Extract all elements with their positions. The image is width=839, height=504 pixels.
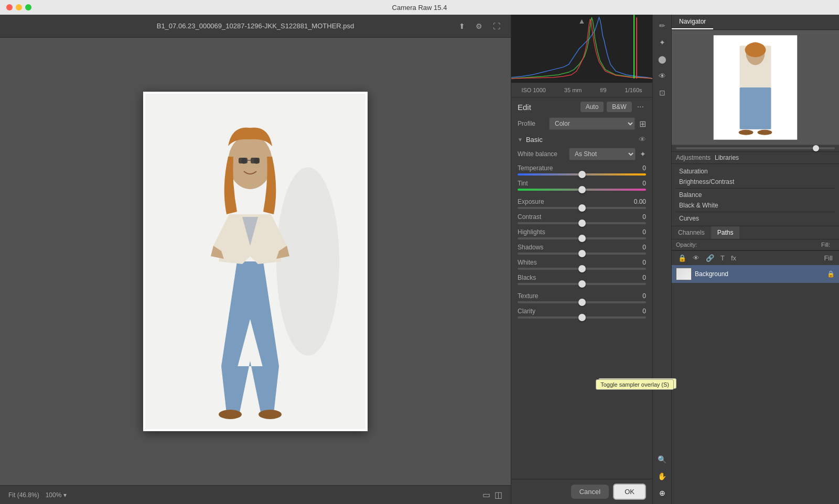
temperature-thumb[interactable] bbox=[578, 171, 586, 178]
shadows-slider-row: Shadows 0 bbox=[518, 244, 646, 255]
svg-point-2 bbox=[228, 135, 272, 189]
crop-tool[interactable]: ⊡ bbox=[655, 86, 669, 100]
texture-value: 0 bbox=[627, 292, 646, 300]
clarity-track[interactable] bbox=[518, 316, 646, 319]
profile-grid-button[interactable]: ⊞ bbox=[639, 119, 646, 129]
sampler-icon: ⊕ bbox=[659, 489, 665, 497]
contrast-track[interactable] bbox=[518, 222, 646, 224]
whites-track[interactable] bbox=[518, 268, 646, 270]
adj-item-brightness-contrast[interactable]: Brightness/Contrast bbox=[676, 177, 835, 187]
texture-thumb[interactable] bbox=[578, 299, 586, 306]
highlights-slider-row: Highlights 0 bbox=[518, 228, 646, 239]
section-header-left: ▼ Basic bbox=[518, 136, 543, 144]
clarity-thumb[interactable] bbox=[578, 314, 586, 321]
adj-item-balance[interactable]: Balance bbox=[676, 190, 835, 200]
tint-track[interactable] bbox=[518, 189, 646, 191]
traffic-lights bbox=[6, 4, 31, 10]
profile-row: Profile Color Adobe Color Adobe Landscap… bbox=[518, 117, 646, 130]
link-button[interactable]: 🔗 bbox=[704, 253, 716, 263]
zoom-control[interactable]: 100% ▾ bbox=[46, 491, 67, 499]
frame-icon[interactable]: ▭ bbox=[482, 490, 490, 500]
temperature-value: 0 bbox=[627, 165, 646, 172]
eye-button[interactable]: 👁 bbox=[691, 253, 702, 263]
edit-header: Edit Auto B&W ··· bbox=[518, 102, 646, 112]
adj-item-saturation[interactable]: Saturation bbox=[676, 166, 835, 177]
pan-tool[interactable]: ✋ bbox=[655, 469, 669, 483]
fullscreen-icon[interactable]: ⛶ bbox=[491, 20, 502, 32]
tint-label: Tint bbox=[518, 180, 528, 187]
nav-preview-svg bbox=[672, 30, 839, 145]
exposure-track[interactable] bbox=[518, 207, 646, 209]
adj-item-curves[interactable]: Curves bbox=[676, 213, 835, 224]
navigator-tab[interactable]: Navigator bbox=[672, 15, 713, 29]
layer-name: Background bbox=[695, 270, 728, 278]
edit-tool[interactable]: ✏ bbox=[655, 19, 669, 32]
cancel-button[interactable]: Cancel bbox=[571, 485, 609, 499]
eyedropper-button[interactable]: ✦ bbox=[640, 150, 646, 158]
exposure-thumb[interactable] bbox=[578, 204, 586, 212]
adj-item-black-white[interactable]: Black & White bbox=[676, 200, 835, 211]
temperature-track[interactable] bbox=[518, 173, 646, 176]
highlights-track[interactable] bbox=[518, 237, 646, 239]
basic-section-header[interactable]: ▼ Basic 👁 bbox=[518, 135, 646, 144]
canvas-area bbox=[0, 38, 511, 485]
auto-button[interactable]: Auto bbox=[580, 102, 604, 112]
mask-tool[interactable]: ⬤ bbox=[655, 52, 669, 66]
more-options-button[interactable]: ··· bbox=[635, 102, 646, 112]
close-button[interactable] bbox=[6, 4, 13, 10]
svg-rect-5 bbox=[239, 158, 248, 163]
whites-thumb[interactable] bbox=[578, 265, 586, 272]
redeye-tool[interactable]: 👁 bbox=[655, 69, 669, 83]
heal-tool[interactable]: ✦ bbox=[655, 36, 669, 49]
highlights-thumb[interactable] bbox=[578, 235, 586, 242]
bw-button[interactable]: B&W bbox=[607, 102, 631, 112]
blacks-slider-row: Blacks 0 bbox=[518, 274, 646, 285]
upload-icon[interactable]: ⬆ bbox=[457, 20, 467, 32]
background-layer[interactable]: Background 🔒 bbox=[672, 265, 839, 283]
compare-icon[interactable]: ◫ bbox=[494, 490, 502, 500]
texture-track[interactable] bbox=[518, 301, 646, 303]
opacity-row: Opacity: Fill: bbox=[672, 239, 839, 250]
profile-select[interactable]: Color Adobe Color Adobe Landscape bbox=[549, 117, 635, 130]
basic-visibility-icon[interactable]: 👁 bbox=[639, 135, 646, 144]
app-title: Camera Raw 15.4 bbox=[392, 4, 447, 12]
whites-label: Whites bbox=[518, 259, 537, 266]
sampler-tool[interactable]: ⊕ Toggle sampler overlay (S) bbox=[655, 486, 669, 500]
tint-thumb[interactable] bbox=[578, 186, 586, 193]
title-bar: Camera Raw 15.4 bbox=[0, 0, 839, 15]
contrast-thumb[interactable] bbox=[578, 220, 586, 227]
svg-point-17 bbox=[745, 42, 766, 57]
shadows-thumb[interactable] bbox=[578, 250, 586, 257]
clarity-slider-row: Clarity 0 bbox=[518, 308, 646, 319]
fill-button[interactable]: Fill bbox=[822, 253, 835, 263]
profile-label: Profile bbox=[518, 120, 545, 127]
effects-button[interactable]: fx bbox=[729, 253, 738, 263]
wb-select[interactable]: As Shot Auto Daylight Cloudy Shade Tungs… bbox=[569, 148, 636, 160]
libraries-tab[interactable]: Libraries bbox=[715, 154, 739, 161]
settings-icon[interactable]: ⚙ bbox=[474, 20, 485, 32]
ok-button[interactable]: OK bbox=[613, 484, 646, 500]
shadows-label: Shadows bbox=[518, 244, 543, 251]
maximize-button[interactable] bbox=[25, 4, 31, 10]
fit-label[interactable]: Fit (46.8%) bbox=[8, 491, 39, 499]
zoom-tool[interactable]: 🔍 bbox=[655, 453, 669, 466]
lock-button[interactable]: 🔒 bbox=[676, 253, 689, 263]
navigator-header: Navigator bbox=[672, 15, 839, 30]
minimize-button[interactable] bbox=[16, 4, 22, 10]
svg-point-1 bbox=[276, 167, 339, 356]
edit-panel-content: Edit Auto B&W ··· Profile Color Adobe Co… bbox=[511, 97, 652, 479]
adjustments-tab[interactable]: Adjustments bbox=[676, 154, 711, 161]
basic-chevron: ▼ bbox=[518, 137, 523, 143]
photo-placeholder bbox=[145, 94, 365, 429]
shutter-label: 1/160s bbox=[625, 87, 642, 93]
paths-tab[interactable]: Paths bbox=[711, 226, 740, 239]
whites-value: 0 bbox=[627, 259, 646, 266]
channels-tab[interactable]: Channels bbox=[672, 226, 711, 239]
shadows-track[interactable] bbox=[518, 253, 646, 255]
blacks-thumb[interactable] bbox=[578, 280, 586, 288]
exposure-slider-row: Exposure 0.00 bbox=[518, 198, 646, 209]
type-button[interactable]: T bbox=[718, 253, 727, 263]
svg-rect-18 bbox=[740, 87, 771, 129]
texture-slider-row: Texture 0 bbox=[518, 292, 646, 303]
blacks-track[interactable] bbox=[518, 283, 646, 285]
